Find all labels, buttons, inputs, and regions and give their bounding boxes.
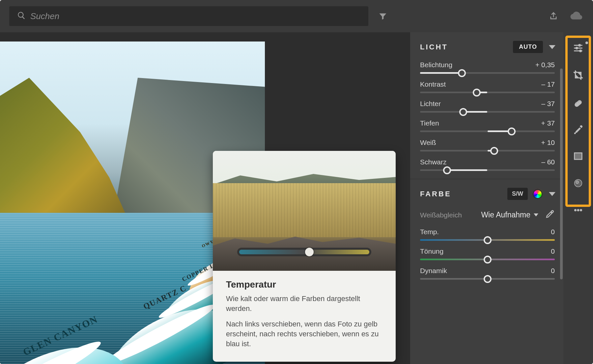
slider-value: – 60 [541, 158, 555, 166]
chevron-down-icon[interactable] [549, 192, 555, 196]
slider-value: – 37 [541, 100, 555, 108]
edit-sliders-tool[interactable] [571, 41, 585, 55]
svg-point-0 [579, 44, 581, 46]
slider-track[interactable] [420, 111, 555, 113]
slider-knob[interactable] [484, 275, 492, 283]
slider-value: – 17 [541, 80, 555, 88]
slider-value: + 0,35 [535, 61, 555, 69]
svg-point-6 [579, 100, 580, 101]
section-header-color[interactable]: FARBE S/W [410, 179, 563, 203]
white-balance-label: Weißabgleich [420, 211, 462, 219]
white-balance-select[interactable]: Wie Aufnahme [481, 210, 538, 219]
slider-row: Dynamik0 [410, 262, 563, 282]
panel-scrollbar-thumb[interactable] [560, 69, 563, 279]
slider-row: Schwarz– 60 [410, 154, 563, 173]
edit-panel: LICHT AUTO Belichtung+ 0,35Kontrast– 17L… [410, 32, 563, 364]
slider-knob[interactable] [490, 147, 498, 155]
slider-label: Lichter [420, 100, 441, 108]
slider-knob[interactable] [484, 236, 492, 244]
auto-button[interactable]: AUTO [513, 41, 543, 53]
svg-point-1 [576, 47, 578, 49]
search-input[interactable] [30, 11, 360, 21]
coachmark-temperature: Temperatur Wie kalt oder warm die Farben… [213, 151, 396, 362]
slider-label: Tiefen [420, 119, 439, 127]
white-balance-row: Weißabgleich Wie Aufnahme [410, 203, 563, 223]
slider-track[interactable] [420, 169, 555, 171]
svg-point-4 [576, 102, 577, 103]
crop-tool[interactable] [571, 68, 585, 82]
radial-gradient-tool[interactable] [571, 176, 585, 190]
coachmark-text: Wie kalt oder warm die Farben dargestell… [226, 294, 382, 313]
more-tools[interactable] [571, 203, 585, 217]
slider-track[interactable] [420, 72, 555, 74]
slider-value: + 10 [541, 139, 555, 147]
slider-row: Lichter– 37 [410, 95, 563, 115]
coachmark-temperature-slider[interactable] [239, 250, 369, 254]
slider-value: 0 [551, 267, 555, 275]
slider-track[interactable] [420, 130, 555, 132]
slider-label: Kontrast [420, 80, 446, 88]
slider-label: Weiß [420, 139, 436, 147]
slider-value: + 37 [541, 119, 555, 127]
svg-point-11 [575, 209, 577, 211]
svg-point-2 [579, 50, 582, 52]
slider-knob[interactable] [458, 69, 466, 77]
slider-row: Tiefen+ 37 [410, 115, 563, 134]
white-balance-value: Wie Aufnahme [481, 210, 530, 219]
slider-row: Temp.0 [410, 223, 563, 243]
section-title: FARBE [420, 190, 451, 198]
section-header-light[interactable]: LICHT AUTO [410, 32, 563, 56]
coachmark-slider-knob[interactable] [305, 248, 314, 256]
search-field[interactable] [9, 6, 368, 26]
slider-track[interactable] [420, 239, 555, 241]
search-icon [17, 11, 26, 21]
slider-knob[interactable] [473, 89, 481, 97]
section-title: LICHT [420, 43, 448, 51]
slider-label: Temp. [420, 228, 439, 236]
slider-row: Weiß+ 10 [410, 134, 563, 154]
svg-point-10 [576, 181, 579, 184]
filter-button[interactable] [375, 8, 391, 24]
cloud-sync-button[interactable] [568, 8, 584, 24]
chevron-down-icon [534, 213, 538, 216]
color-mixer-icon[interactable] [532, 189, 543, 199]
slider-knob[interactable] [508, 127, 516, 135]
share-button[interactable] [546, 8, 561, 24]
linear-gradient-tool[interactable] [571, 149, 585, 163]
tool-strip [563, 32, 593, 364]
svg-point-12 [577, 209, 579, 211]
slider-row: Kontrast– 17 [410, 76, 563, 95]
svg-rect-3 [574, 100, 582, 107]
slider-knob[interactable] [484, 256, 492, 264]
svg-point-5 [578, 101, 579, 102]
slider-track[interactable] [420, 259, 555, 260]
top-bar [0, 0, 593, 32]
slider-track[interactable] [420, 278, 555, 280]
svg-point-13 [580, 209, 582, 211]
canvas-area: OWYHEE COPPER LEDGE F QUARTZ C GLEN CANY… [0, 32, 410, 364]
coachmark-text: Nach links verschieben, wenn das Foto zu… [226, 319, 382, 349]
slider-row: Belichtung+ 0,35 [410, 56, 563, 76]
healing-brush-tool[interactable] [571, 95, 585, 109]
slider-label: Tönung [420, 247, 443, 255]
slider-knob[interactable] [459, 108, 467, 116]
bw-button[interactable]: S/W [507, 188, 528, 200]
coachmark-title: Temperatur [226, 279, 382, 290]
active-dot-icon [585, 42, 588, 44]
slider-label: Dynamik [420, 267, 447, 275]
coachmark-preview-image [213, 151, 396, 271]
svg-rect-7 [575, 153, 582, 159]
slider-knob[interactable] [443, 166, 451, 174]
slider-label: Schwarz [420, 158, 447, 166]
brush-tool[interactable] [571, 122, 585, 136]
slider-value: 0 [551, 247, 555, 255]
slider-track[interactable] [420, 92, 555, 93]
slider-row: Tönung0 [410, 243, 563, 262]
slider-value: 0 [551, 228, 555, 236]
slider-track[interactable] [420, 150, 555, 152]
chevron-down-icon[interactable] [549, 45, 555, 49]
eyedropper-button[interactable] [538, 209, 555, 221]
slider-label: Belichtung [420, 61, 452, 69]
